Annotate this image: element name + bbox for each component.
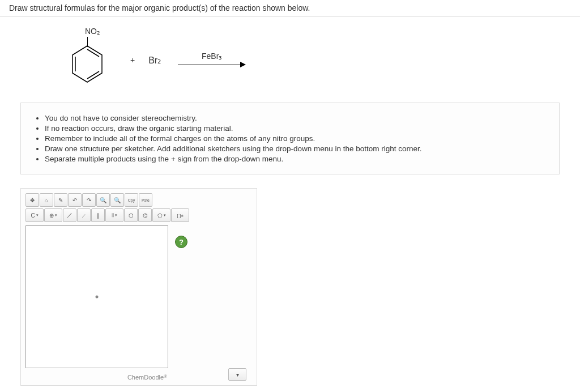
ring-other-button[interactable]: ⬠▾ [152,208,170,222]
clear-tool-button[interactable]: ⌂ [40,193,53,207]
sketcher-panel: ✥ ⌂ ✎ ↶ ↷ 🔍 🔍 Cpy Pste C▾ ⊕▾ ／ ⟋ ∥ ⦀▾ ⬡ … [20,188,257,386]
ring-hexagon-button[interactable]: ⬡ [124,208,138,222]
instruction-item: Separate multiple products using the + s… [45,155,547,163]
ring-benzene-button[interactable]: ⌬ [138,208,152,222]
toolbar-row-1: ✥ ⌂ ✎ ↶ ↷ 🔍 🔍 Cpy Pste [25,193,252,207]
chemdoodle-brand: ChemDoodle® [25,374,167,381]
plus-sign: + [130,56,135,65]
zoom-out-button[interactable]: 🔍 [110,193,124,207]
svg-line-3 [87,71,99,79]
svg-line-2 [87,49,99,57]
double-bond-button[interactable]: ∥ [91,208,105,222]
nitrobenzene-structure: NO₂ [66,29,105,91]
question-text: Draw structural formulas for the major o… [9,3,310,12]
add-sketcher-dropdown[interactable]: ▾ [228,368,246,381]
catalyst-febr3: FeBr₃ [202,52,222,61]
undo-button[interactable]: ↶ [68,193,82,207]
recessed-bond-button[interactable]: ⟋ [77,208,91,222]
drawing-canvas[interactable] [25,225,168,368]
zoom-in-button[interactable]: 🔍 [96,193,110,207]
reaction-arrow-block: FeBr₃ [178,52,246,69]
instructions-panel: You do not have to consider stereochemis… [20,103,560,174]
single-bond-button[interactable]: ／ [63,208,76,222]
instruction-item: Remember to include all of the formal ch… [45,134,547,143]
erase-tool-button[interactable]: ✎ [54,193,67,207]
instruction-item: Draw one structure per sketcher. Add add… [45,144,547,153]
no2-label: NO₂ [85,27,100,36]
paste-button[interactable]: Pste [139,193,152,207]
element-picker-button[interactable]: C▾ [25,208,44,222]
canvas-start-dot-icon [96,296,99,299]
instruction-item: You do not have to consider stereochemis… [45,114,547,122]
reaction-arrow-icon [178,62,246,69]
redo-button[interactable]: ↷ [82,193,96,207]
reagent-br2: Br₂ [148,55,161,66]
move-tool-button[interactable]: ✥ [25,193,39,207]
copy-button[interactable]: Cpy [125,193,138,207]
reaction-scheme: NO₂ + Br₂ FeBr₃ [66,29,571,91]
help-button[interactable]: ? [175,236,187,248]
charges-button[interactable]: [ ]± [171,208,189,222]
svg-marker-0 [72,46,102,82]
toolbar-row-2: C▾ ⊕▾ ／ ⟋ ∥ ⦀▾ ⬡ ⌬ ⬠▾ [ ]± [25,208,252,222]
triple-bond-button[interactable]: ⦀▾ [105,208,123,222]
charge-picker-button[interactable]: ⊕▾ [44,208,62,222]
instruction-item: If no reaction occurs, draw the organic … [45,124,547,133]
benzene-ring-icon [70,45,104,84]
